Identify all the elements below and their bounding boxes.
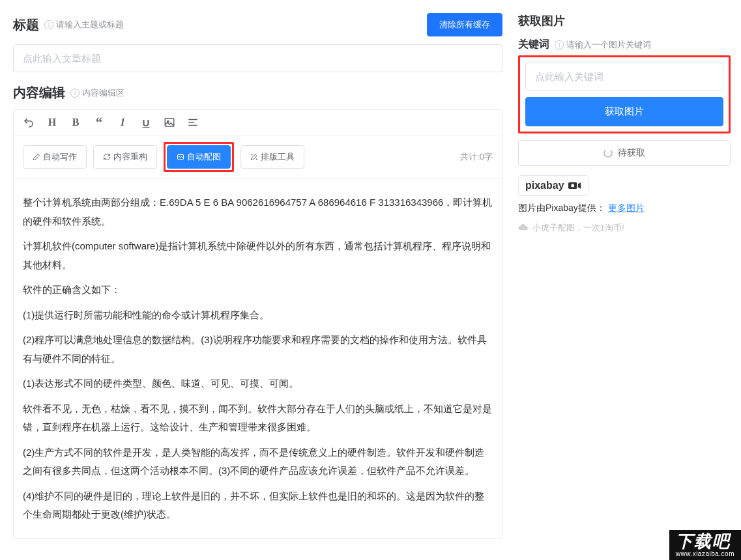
refresh-icon [103, 153, 111, 161]
image-icon[interactable] [164, 117, 175, 128]
content-hint-text: 内容编辑区 [82, 87, 124, 99]
provider-line: 图片由Pixabay提供： 更多图片 [518, 203, 731, 214]
keyword-hint: i 请输入一个图片关键词 [555, 39, 651, 51]
italic-icon[interactable]: I [117, 117, 128, 128]
auto-image-button[interactable]: 自动配图 [167, 145, 231, 169]
wand-icon [250, 153, 258, 161]
keyword-input[interactable] [525, 63, 723, 91]
keyword-label: 关键词 [518, 38, 549, 51]
content-paragraph: (2)程序可以满意地处理信息的数据结构。(3)说明程序功能要求和程序需要的文档的… [23, 331, 493, 368]
restructure-button[interactable]: 内容重构 [93, 145, 157, 169]
svg-point-7 [571, 184, 574, 188]
content-edit-label: 内容编辑 [13, 84, 65, 102]
title-section-header: 标题 i 请输入主题或标题 清除所有缓存 [13, 13, 502, 36]
editor-body[interactable]: 整个计算机系统由两部分组成：E.69DA 5 E 6 BA 9062616964… [14, 179, 502, 539]
word-count: 共计:0字 [460, 151, 493, 163]
info-icon: i [44, 20, 53, 29]
sidebar: 获取图片 关键词 i 请输入一个图片关键词 获取图片 待获取 pixabay [513, 0, 741, 539]
title-label: 标题 [13, 16, 39, 34]
footer-hint: 小虎子配图，一次1淘币! [518, 222, 731, 234]
auto-write-button[interactable]: 自动写作 [23, 145, 87, 169]
editor-panel: H B “ I U 自动写作 内容重构 [13, 109, 502, 539]
camera-icon [568, 181, 581, 190]
main-column: 标题 i 请输入主题或标题 清除所有缓存 内容编辑 i 内容编辑区 [0, 0, 513, 539]
pixabay-logo: pixabay [518, 175, 588, 196]
keyword-hint-text: 请输入一个图片关键词 [566, 39, 651, 51]
content-paragraph: (4)维护不同的硬件是旧的，理论上软件是旧的，并不坏，但实际上软件也是旧的和坏的… [23, 487, 493, 524]
keyword-highlight-box: 获取图片 [518, 55, 731, 133]
pencil-icon [33, 153, 40, 161]
article-title-input[interactable] [13, 44, 502, 72]
info-icon: i [70, 89, 80, 98]
underline-icon[interactable]: U [140, 117, 152, 128]
content-paragraph: 计算机软件(computer software)是指计算机系统中除硬件以外的所有… [23, 237, 493, 274]
content-paragraph: (1)表达形式不同的硬件类型、颜色、味道、可见、可摸、可闻。 [23, 374, 493, 393]
more-images-link[interactable]: 更多图片 [608, 203, 645, 213]
clear-cache-button[interactable]: 清除所有缓存 [427, 13, 502, 36]
auto-image-highlight: 自动配图 [164, 142, 234, 172]
content-paragraph: (1)提供运行时所需功能和性能的命令或计算机程序集合。 [23, 306, 493, 325]
cloud-icon [518, 224, 529, 232]
quote-icon[interactable]: “ [93, 117, 105, 128]
watermark: 下载吧 www.xiazaiba.com [669, 530, 741, 539]
get-image-button[interactable]: 获取图片 [525, 97, 723, 126]
layout-tool-button[interactable]: 排版工具 [240, 145, 304, 169]
format-toolbar: H B “ I U [14, 110, 502, 135]
pending-status: 待获取 [518, 140, 731, 166]
content-paragraph: 软件看不见，无色，枯燥，看不见，摸不到，闻不到。软件大部分存在于人们的头脑或纸上… [23, 400, 493, 437]
get-image-title: 获取图片 [518, 13, 731, 29]
content-paragraph: 软件的正确含义如下： [23, 281, 493, 300]
undo-icon[interactable] [23, 117, 35, 128]
align-left-icon[interactable] [187, 117, 199, 128]
title-hint: i 请输入主题或标题 [44, 19, 124, 31]
info-icon: i [555, 40, 564, 49]
content-hint: i 内容编辑区 [70, 87, 124, 99]
loading-icon [603, 148, 613, 158]
content-paragraph: 整个计算机系统由两部分组成：E.69DA 5 E 6 BA 9062616964… [23, 193, 493, 231]
heading-icon[interactable]: H [46, 117, 58, 128]
picture-icon [177, 153, 184, 161]
title-hint-text: 请输入主题或标题 [56, 19, 124, 31]
content-paragraph: (2)生产方式不同的软件是开发，是人类智能的高发挥，而不是传统意义上的硬件制造。… [23, 443, 493, 481]
action-toolbar: 自动写作 内容重构 自动配图 排版工具 [14, 135, 502, 179]
bold-icon[interactable]: B [70, 117, 81, 128]
